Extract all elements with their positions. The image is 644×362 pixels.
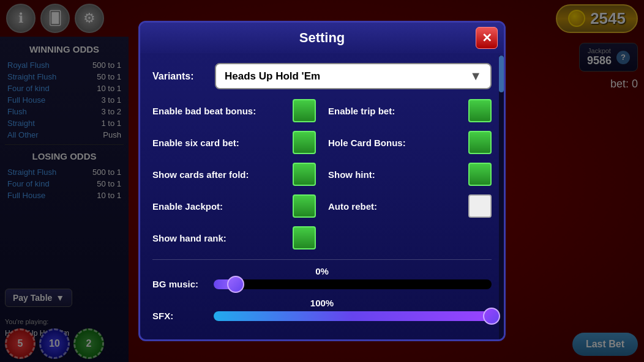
- settings-modal: Setting ✕ Variants: Heads Up Hold 'Em ▼ …: [138, 21, 506, 341]
- show-cards-after-fold-toggle[interactable]: [293, 163, 316, 186]
- bg-music-label: BG music:: [152, 279, 208, 289]
- setting-show-cards-after-fold: Show cards after fold:: [152, 163, 316, 186]
- setting-show-hand-rank: Show hand rank:: [152, 226, 316, 249]
- setting-label: Enable six card bet:: [152, 138, 239, 148]
- setting-enable-jackpot: Enable Jackpot:: [152, 194, 316, 218]
- slider-section: 0% BG music: 100% SFX:: [152, 266, 492, 321]
- sfx-slider-container: SFX:: [152, 311, 492, 321]
- bad-beat-bonus-toggle[interactable]: [293, 99, 316, 122]
- chevron-down-icon: ▼: [470, 69, 482, 83]
- sfx-track[interactable]: [214, 311, 492, 321]
- setting-show-hint: Show hint:: [328, 163, 492, 186]
- bg-music-slider-container: BG music:: [152, 279, 492, 289]
- modal-close-button[interactable]: ✕: [476, 27, 498, 49]
- sfx-label: SFX:: [152, 311, 208, 321]
- variants-row: Variants: Heads Up Hold 'Em ▼: [152, 63, 492, 89]
- setting-label: Auto rebet:: [328, 201, 377, 212]
- bg-music-track[interactable]: [214, 279, 492, 289]
- setting-label: Show hand rank:: [152, 233, 227, 243]
- bg-music-slider-row: 0% BG music:: [152, 266, 492, 289]
- variants-select[interactable]: Heads Up Hold 'Em ▼: [215, 63, 492, 89]
- setting-bad-beat-bonus: Enable bad beat bonus:: [152, 99, 316, 122]
- sfx-slider-row: 100% SFX:: [152, 298, 492, 321]
- modal-body: Variants: Heads Up Hold 'Em ▼ Enable bad…: [140, 53, 504, 339]
- setting-label: Show cards after fold:: [152, 169, 249, 180]
- setting-six-card-bet: Enable six card bet:: [152, 131, 316, 154]
- sfx-thumb[interactable]: [483, 308, 500, 325]
- setting-label: Enable bad beat bonus:: [152, 106, 256, 116]
- setting-label: Hole Card Bonus:: [328, 138, 406, 148]
- trip-bet-toggle[interactable]: [468, 99, 492, 122]
- setting-label: Enable trip bet:: [328, 106, 395, 116]
- divider-line: [152, 259, 492, 260]
- modal-overlay: Setting ✕ Variants: Heads Up Hold 'Em ▼ …: [0, 0, 644, 362]
- sfx-pct: 100%: [152, 298, 492, 308]
- settings-grid: Enable bad beat bonus: Enable trip bet: …: [152, 99, 492, 249]
- modal-scrollbar-thumb[interactable]: [499, 56, 504, 92]
- show-hand-rank-toggle[interactable]: [293, 226, 316, 249]
- setting-hole-card-bonus: Hole Card Bonus:: [328, 131, 492, 154]
- six-card-bet-toggle[interactable]: [293, 131, 316, 154]
- modal-title: Setting: [299, 30, 345, 46]
- auto-rebet-toggle[interactable]: [468, 194, 492, 218]
- setting-trip-bet: Enable trip bet:: [328, 99, 492, 122]
- hole-card-bonus-toggle[interactable]: [468, 131, 492, 154]
- modal-scrollbar[interactable]: [499, 56, 504, 339]
- bg-music-thumb[interactable]: [227, 276, 244, 293]
- sfx-fill: [214, 311, 492, 321]
- show-hint-toggle[interactable]: [468, 163, 492, 186]
- enable-jackpot-toggle[interactable]: [293, 194, 316, 218]
- bg-music-pct: 0%: [152, 266, 492, 276]
- variants-label: Variants:: [152, 71, 208, 82]
- variants-value: Heads Up Hold 'Em: [225, 70, 320, 83]
- modal-header: Setting ✕: [140, 23, 504, 53]
- setting-auto-rebet: Auto rebet:: [328, 194, 492, 218]
- setting-label: Enable Jackpot:: [152, 201, 223, 212]
- setting-label: Show hint:: [328, 169, 375, 180]
